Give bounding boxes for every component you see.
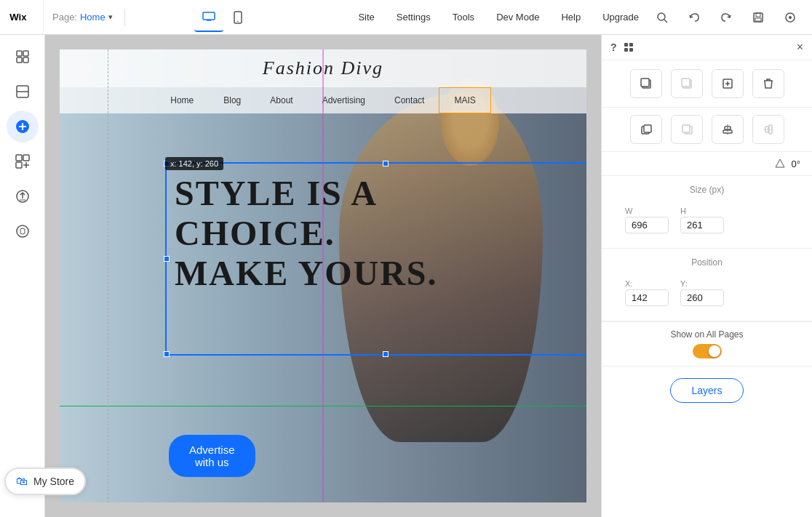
page-name[interactable]: Home bbox=[80, 12, 106, 23]
position-section: Position X: 142 Y: 260 bbox=[602, 249, 812, 321]
nav-upgrade[interactable]: Upgrade bbox=[592, 7, 649, 27]
upload-media-btn[interactable] bbox=[7, 180, 39, 212]
y-label: Y: bbox=[680, 279, 724, 288]
toggle-knob bbox=[709, 345, 720, 357]
page-label: Page: bbox=[52, 12, 77, 23]
help-icon[interactable]: ? bbox=[610, 41, 617, 53]
nav-help[interactable]: Help bbox=[551, 7, 591, 27]
svg-point-5 bbox=[658, 13, 665, 20]
delete-btn[interactable] bbox=[752, 69, 784, 98]
svg-rect-14 bbox=[17, 57, 22, 63]
layer-forward-btn[interactable] bbox=[630, 115, 662, 144]
mobile-view-btn[interactable] bbox=[223, 3, 252, 32]
pages-panel-btn[interactable] bbox=[7, 41, 39, 73]
canvas-area: Fashion Divg Home Blog About Advertising… bbox=[45, 35, 601, 517]
rotate-triangle-icon bbox=[774, 158, 786, 169]
svg-rect-21 bbox=[16, 155, 22, 161]
undo-btn[interactable] bbox=[681, 4, 707, 31]
panel-actions-row2 bbox=[602, 108, 812, 152]
svg-rect-12 bbox=[17, 51, 22, 56]
x-label: X: bbox=[625, 279, 669, 288]
guide-horizontal bbox=[60, 406, 586, 406]
size-title: Size (px) bbox=[613, 185, 800, 195]
hero-line1: STYLE IS A bbox=[175, 173, 438, 213]
toolbar-divider-1 bbox=[124, 9, 125, 26]
panel-header-left-icons: ? bbox=[610, 41, 634, 53]
svg-rect-22 bbox=[23, 155, 29, 161]
nav-settings[interactable]: Settings bbox=[386, 7, 441, 27]
add-apps-btn[interactable] bbox=[7, 145, 39, 177]
nav-devmode[interactable]: Dev Mode bbox=[486, 7, 549, 27]
svg-rect-23 bbox=[16, 162, 22, 168]
width-field: W 696 bbox=[625, 207, 669, 233]
nav-tools[interactable]: Tools bbox=[442, 7, 485, 27]
handle-top-mid[interactable] bbox=[383, 161, 389, 167]
y-value[interactable]: 260 bbox=[680, 289, 724, 306]
hero-line3: MAKE YOURS. bbox=[175, 253, 438, 293]
svg-rect-38 bbox=[644, 125, 651, 132]
svg-rect-15 bbox=[23, 57, 28, 63]
nav-mais[interactable]: MAIS bbox=[439, 87, 490, 113]
preview-btn[interactable] bbox=[777, 4, 803, 31]
sections-panel-btn[interactable] bbox=[7, 76, 39, 108]
handle-bot-left[interactable] bbox=[164, 351, 170, 357]
page-info: Page: Home ▾ bbox=[44, 12, 122, 23]
canvas-inner: Fashion Divg Home Blog About Advertising… bbox=[60, 49, 586, 502]
page-chevron-icon[interactable]: ▾ bbox=[108, 12, 113, 22]
duplicate-btn[interactable] bbox=[712, 69, 744, 98]
layer-back-btn[interactable] bbox=[671, 115, 703, 144]
blog-btn[interactable] bbox=[7, 215, 39, 247]
panel-close-btn[interactable]: × bbox=[797, 41, 803, 54]
nav-blog[interactable]: Blog bbox=[209, 87, 255, 113]
show-all-pages-toggle[interactable] bbox=[693, 344, 722, 358]
redo-btn[interactable] bbox=[713, 4, 739, 31]
grid-icon bbox=[623, 41, 634, 53]
wix-logo: Wix bbox=[0, 0, 44, 34]
rotate-row: 0° bbox=[602, 152, 812, 176]
nav-home[interactable]: Home bbox=[155, 87, 209, 113]
svg-rect-40 bbox=[682, 125, 690, 132]
add-elements-btn[interactable] bbox=[7, 111, 39, 143]
align-center-h-btn[interactable] bbox=[712, 115, 744, 144]
height-field: H 261 bbox=[680, 207, 724, 233]
grid-dot bbox=[629, 43, 633, 47]
height-label: H bbox=[680, 207, 724, 215]
rotate-value: 0° bbox=[792, 159, 800, 169]
size-fields: W 696 H 261 bbox=[613, 201, 800, 239]
x-value[interactable]: 142 bbox=[625, 289, 669, 306]
save-btn[interactable] bbox=[745, 4, 771, 31]
top-toolbar: Wix Page: Home ▾ Site Settings Tools Dev… bbox=[0, 0, 812, 35]
align-center-v-btn[interactable] bbox=[752, 115, 784, 144]
panel-actions-row1 bbox=[602, 60, 812, 108]
nav-contact[interactable]: Contact bbox=[380, 87, 439, 113]
coord-tooltip: x: 142, y: 260 bbox=[165, 157, 223, 170]
toolbar-right bbox=[649, 4, 812, 31]
width-label: W bbox=[625, 207, 669, 215]
svg-marker-47 bbox=[776, 159, 784, 167]
svg-rect-9 bbox=[755, 18, 761, 21]
nav-advertising[interactable]: Advertising bbox=[308, 87, 380, 113]
right-panel: ? × bbox=[601, 35, 812, 517]
show-all-pages-label: Show on All Pages bbox=[613, 329, 800, 340]
height-value[interactable]: 261 bbox=[680, 217, 724, 233]
toolbar-nav: Site Settings Tools Dev Mode Help Upgrad… bbox=[348, 7, 649, 27]
my-store-btn[interactable]: 🛍 My Store bbox=[4, 468, 86, 495]
handle-mid-left[interactable] bbox=[164, 256, 170, 262]
nav-about[interactable]: About bbox=[255, 87, 307, 113]
svg-text:Wix: Wix bbox=[9, 12, 27, 23]
search-btn[interactable] bbox=[649, 4, 675, 31]
layers-btn[interactable]: Layers bbox=[670, 378, 743, 403]
grid-dot bbox=[624, 48, 628, 52]
guide-dashed-left bbox=[108, 49, 108, 502]
handle-bot-mid[interactable] bbox=[383, 351, 389, 357]
hero-text[interactable]: STYLE IS A CHOICE. MAKE YOURS. bbox=[175, 173, 438, 294]
paste-btn[interactable] bbox=[671, 69, 703, 98]
nav-site[interactable]: Site bbox=[348, 7, 384, 27]
advertise-btn[interactable]: Advertise with us bbox=[169, 435, 255, 477]
svg-rect-1 bbox=[203, 12, 215, 20]
desktop-view-btn[interactable] bbox=[194, 3, 223, 32]
width-value[interactable]: 696 bbox=[625, 217, 669, 233]
copy-btn[interactable] bbox=[630, 69, 662, 98]
svg-point-29 bbox=[17, 225, 28, 237]
svg-rect-31 bbox=[641, 79, 649, 87]
